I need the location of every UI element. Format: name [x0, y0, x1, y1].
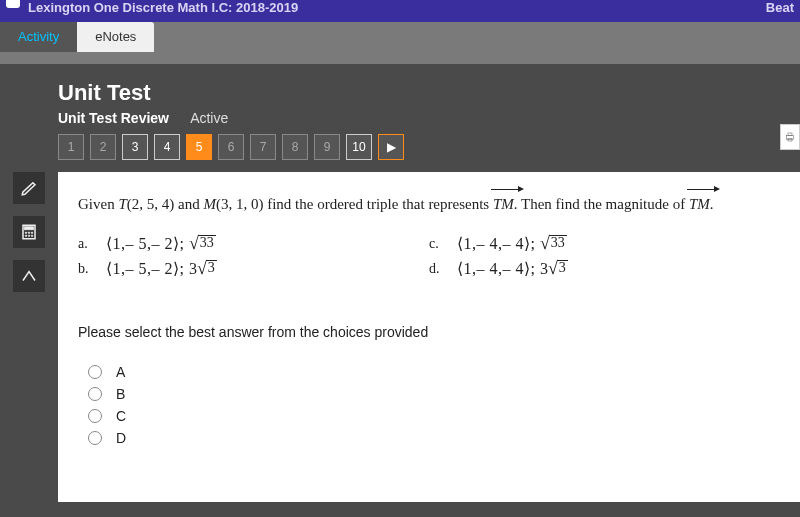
point-m-coords: (3, 1, 0)	[216, 196, 264, 212]
choice-d-sqrt: √3	[548, 260, 568, 276]
choice-grid: a. ⟨1,– 5,– 2⟩; √33 b. ⟨1,– 5,– 2⟩; 3√3	[78, 228, 780, 284]
svg-point-4	[31, 232, 33, 234]
content-area: Unit Test Unit Test Review Active 123456…	[0, 64, 800, 517]
vector-tm-2: TM	[689, 192, 710, 216]
choice-b-rad: 3	[206, 260, 217, 275]
pencil-icon	[20, 179, 38, 197]
svg-point-5	[25, 235, 27, 237]
question-nav-4[interactable]: 4	[154, 134, 180, 160]
left-toolbar	[0, 64, 58, 517]
pencil-tool-button[interactable]	[13, 172, 45, 204]
choice-b-sqrt: √3	[197, 260, 217, 276]
choice-c-sqrt: √33	[540, 235, 567, 251]
calculator-tool-button[interactable]	[13, 216, 45, 248]
choice-c-math: ⟨1,– 4,– 4⟩; √33	[457, 234, 567, 253]
print-button[interactable]	[780, 124, 800, 150]
question-nav: 12345678910▶	[58, 134, 800, 160]
subtitle-bold: Unit Test Review	[58, 110, 169, 126]
choice-b-label: b.	[78, 259, 94, 277]
course-header-bar: Lexington One Discrete Math I.C: 2018-20…	[0, 0, 800, 22]
choice-a-sqrt: √33	[189, 235, 216, 251]
radio-circle[interactable]	[88, 365, 102, 379]
prompt-and: and	[174, 196, 203, 212]
point-t-label: T	[118, 196, 126, 212]
choice-a: a. ⟨1,– 5,– 2⟩; √33	[78, 234, 429, 253]
choice-b-tuple: ⟨1,– 5,– 2⟩;	[106, 260, 189, 277]
page-subtitle: Unit Test Review Active	[58, 110, 800, 126]
choice-d-pre: 3	[540, 260, 548, 277]
page-title: Unit Test	[58, 80, 800, 106]
svg-rect-8	[787, 136, 794, 140]
answer-instruction: Please select the best answer from the c…	[78, 324, 780, 340]
main-column: Unit Test Unit Test Review Active 123456…	[58, 64, 800, 517]
prompt-tail: . Then find the magnitude of	[514, 196, 689, 212]
tab-activity[interactable]: Activity	[0, 22, 77, 52]
choice-col-right: c. ⟨1,– 4,– 4⟩; √33 d. ⟨1,– 4,– 4⟩; 3√3	[429, 228, 780, 284]
point-m-label: M	[203, 196, 216, 212]
answer-option-label: D	[116, 430, 126, 446]
answer-option-label: C	[116, 408, 126, 424]
prompt-given: Given	[78, 196, 118, 212]
pointer-icon	[20, 267, 38, 285]
question-nav-1[interactable]: 1	[58, 134, 84, 160]
answer-option-d[interactable]: D	[88, 430, 780, 446]
question-nav-next[interactable]: ▶	[378, 134, 404, 160]
svg-rect-9	[788, 133, 792, 136]
choice-d: d. ⟨1,– 4,– 4⟩; 3√3	[429, 259, 780, 278]
question-nav-6[interactable]: 6	[218, 134, 244, 160]
choice-d-tuple: ⟨1,– 4,– 4⟩;	[457, 260, 540, 277]
radio-circle[interactable]	[88, 387, 102, 401]
answer-option-b[interactable]: B	[88, 386, 780, 402]
question-nav-10[interactable]: 10	[346, 134, 372, 160]
choice-d-label: d.	[429, 259, 445, 277]
choice-c-tuple: ⟨1,– 4,– 4⟩;	[457, 235, 540, 252]
radio-circle[interactable]	[88, 431, 102, 445]
choice-b-math: ⟨1,– 5,– 2⟩; 3√3	[106, 259, 217, 278]
choice-b-pre: 3	[189, 260, 197, 277]
print-icon	[784, 131, 796, 143]
svg-point-6	[28, 235, 30, 237]
answer-option-label: A	[116, 364, 125, 380]
tabs-bar: Activity eNotes	[0, 22, 800, 52]
tab-enotes[interactable]: eNotes	[77, 22, 154, 52]
answer-option-label: B	[116, 386, 125, 402]
question-panel: Given T(2, 5, 4) and M(3, 1, 0) find the…	[58, 172, 800, 502]
choice-b: b. ⟨1,– 5,– 2⟩; 3√3	[78, 259, 429, 278]
question-nav-7[interactable]: 7	[250, 134, 276, 160]
pointer-tool-button[interactable]	[13, 260, 45, 292]
choice-a-rad: 33	[198, 235, 216, 250]
choice-a-math: ⟨1,– 5,– 2⟩; √33	[106, 234, 216, 253]
vector-tm-1: TM	[493, 192, 514, 216]
choice-d-rad: 3	[557, 260, 568, 275]
spacer	[0, 52, 800, 64]
window-dot	[6, 0, 20, 8]
answer-radio-list: ABCD	[78, 364, 780, 446]
course-title: Lexington One Discrete Math I.C: 2018-20…	[28, 0, 298, 15]
choice-d-math: ⟨1,– 4,– 4⟩; 3√3	[457, 259, 568, 278]
choice-c-rad: 33	[549, 235, 567, 250]
question-nav-9[interactable]: 9	[314, 134, 340, 160]
subtitle-status: Active	[190, 110, 228, 126]
answer-option-c[interactable]: C	[88, 408, 780, 424]
choice-a-label: a.	[78, 234, 94, 252]
point-t-coords: (2, 5, 4)	[127, 196, 175, 212]
svg-point-7	[31, 235, 33, 237]
choice-c: c. ⟨1,– 4,– 4⟩; √33	[429, 234, 780, 253]
prompt-period: .	[710, 196, 714, 212]
choice-col-left: a. ⟨1,– 5,– 2⟩; √33 b. ⟨1,– 5,– 2⟩; 3√3	[78, 228, 429, 284]
svg-point-2	[25, 232, 27, 234]
calculator-icon	[20, 223, 38, 241]
question-nav-8[interactable]: 8	[282, 134, 308, 160]
prompt-mid: find the ordered triple that represents	[263, 196, 493, 212]
question-nav-3[interactable]: 3	[122, 134, 148, 160]
answer-option-a[interactable]: A	[88, 364, 780, 380]
question-prompt: Given T(2, 5, 4) and M(3, 1, 0) find the…	[78, 192, 780, 216]
radio-circle[interactable]	[88, 409, 102, 423]
question-nav-5[interactable]: 5	[186, 134, 212, 160]
question-nav-2[interactable]: 2	[90, 134, 116, 160]
svg-point-3	[28, 232, 30, 234]
svg-rect-1	[25, 227, 34, 230]
header-right-text: Beat	[766, 0, 794, 15]
choice-c-label: c.	[429, 234, 445, 252]
choice-a-tuple: ⟨1,– 5,– 2⟩;	[106, 235, 189, 252]
